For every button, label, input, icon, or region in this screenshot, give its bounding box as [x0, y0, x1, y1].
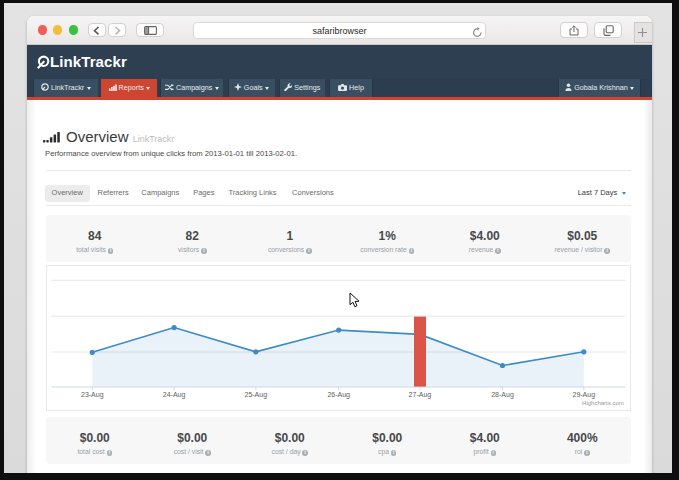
svg-text:25-Aug: 25-Aug — [245, 391, 268, 399]
svg-text:27-Aug: 27-Aug — [409, 391, 432, 399]
svg-text:23-Aug: 23-Aug — [81, 391, 104, 399]
svg-text:28-Aug: 28-Aug — [491, 391, 514, 399]
svg-text:26-Aug: 26-Aug — [327, 391, 350, 399]
svg-text:Highcharts.com: Highcharts.com — [582, 400, 624, 406]
svg-text:24-Aug: 24-Aug — [163, 391, 186, 399]
svg-text:29-Aug: 29-Aug — [573, 391, 596, 399]
